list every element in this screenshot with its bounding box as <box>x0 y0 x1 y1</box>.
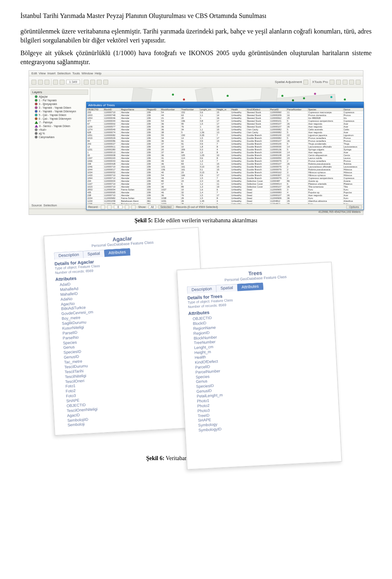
column-header[interactable]: Species <box>307 108 343 111</box>
table-row[interactable]: 2053112000054Fatma Sultan3331027101,66Un… <box>87 188 363 191</box>
tool-icon[interactable] <box>53 80 58 85</box>
menu-window[interactable]: Window <box>82 72 93 75</box>
show-all-button[interactable]: All <box>149 205 156 209</box>
column-header[interactable]: OBJECTID <box>87 108 104 111</box>
tool-icon[interactable] <box>45 80 49 85</box>
tab-description[interactable]: Description <box>187 285 217 294</box>
table-row[interactable]: 1046110000710Alemdar2391011610,1015Unhea… <box>87 165 363 168</box>
tool-icon[interactable] <box>356 80 361 85</box>
table-row[interactable]: 1051110000082Alemdar239551500,357Unhealt… <box>87 134 363 137</box>
record-index[interactable]: 0 <box>114 205 123 209</box>
column-header[interactable]: RegionID <box>146 108 160 111</box>
attr-window-title[interactable]: Attributes of Trees <box>87 102 363 108</box>
menu-tools[interactable]: Tools <box>72 72 80 75</box>
layer-item[interactable]: 3 - İğneyapraklı <box>31 102 88 106</box>
menu-insert[interactable]: Insert <box>47 72 56 75</box>
column-header[interactable]: Height_m <box>216 108 231 111</box>
show-selected-button[interactable]: Selected <box>158 205 174 209</box>
tool-icon[interactable] <box>60 80 65 85</box>
column-header[interactable]: TreeNumber <box>180 108 199 111</box>
tool-icon[interactable] <box>343 80 347 85</box>
nav-last-icon[interactable] <box>131 205 136 209</box>
menu-help[interactable]: Help <box>95 72 101 75</box>
tool-icon[interactable] <box>349 80 354 85</box>
table-row[interactable]: 1066110000043Alemdar23949631,37Unhealthy… <box>87 160 363 163</box>
table-row[interactable]: 234110000004Alemdar23980152,415Unhealthy… <box>87 180 363 183</box>
table-row[interactable]: 233110000710Alemdar239541520,615Unhealth… <box>87 111 363 114</box>
column-header[interactable]: ParcelID <box>270 108 286 111</box>
table-row[interactable]: 1167110000710Alemdar2394761,211Unhealthy… <box>87 183 363 186</box>
menu-select[interactable]: Selection <box>57 72 71 75</box>
layer-item[interactable]: ağ % <box>31 132 88 135</box>
tool-icon[interactable] <box>97 80 102 85</box>
column-header[interactable]: BlockNumber <box>161 108 181 111</box>
column-header[interactable]: Genus <box>343 108 363 111</box>
column-header[interactable]: Health <box>231 108 246 111</box>
layer-item[interactable]: 4 - Yapraklı - Yaprak Dökmeyen <box>31 110 88 113</box>
tab-attributes[interactable]: Attributes <box>104 248 130 257</box>
column-header[interactable]: KindOfDefect <box>246 108 270 111</box>
layer-item[interactable]: 8 - Sarılıcı - Yaprak Döken <box>31 124 88 128</box>
table-row[interactable]: 13110000911Alemdar23934101,88UnhealthyDo… <box>87 145 363 148</box>
layer-item[interactable]: <Null> <box>31 128 88 132</box>
column-header[interactable]: RegionName <box>120 108 146 111</box>
dropdown-icon[interactable] <box>330 80 334 85</box>
table-row[interactable]: 1109110000577Alemdar2393676119UnhealthyS… <box>87 125 363 128</box>
table-row[interactable]: 1054110000036Alemdar2392120116UnhealthyS… <box>87 117 363 120</box>
table-row[interactable]: 1110000013Alemdar23937841,58UnhealthyDou… <box>87 151 363 154</box>
table-row[interactable]: 238110000710Alemdar23936791,517Unhealthy… <box>87 194 363 197</box>
table-row[interactable]: 1019110000529Alemdar23934141,517Unhealth… <box>87 137 363 140</box>
table-row[interactable]: 2234112000982Fatma Sultan3331038291,58Un… <box>87 197 363 200</box>
column-header[interactable]: BlockID <box>104 108 120 111</box>
table-row[interactable]: 1094110000712Alemdar23949141,57Unhealthy… <box>87 177 363 180</box>
table-row[interactable]: 1233112001058Babahasan Alemi3611031291,4… <box>87 200 363 203</box>
table-row[interactable]: 628110000074Alemdar2393851,5613Unhealthy… <box>87 131 363 134</box>
table-row[interactable]: 1231110000280Alemdar239202090,34Unhealth… <box>87 148 363 151</box>
nav-next-icon[interactable] <box>125 205 129 209</box>
table-row[interactable]: 1034110000052Alemdar23940230,159Unhealth… <box>87 171 363 174</box>
layer-item[interactable]: 6 - Çalı - Yaprak Dökmeyen <box>31 117 88 121</box>
layer-item[interactable]: CalışmaAlanı <box>31 135 88 139</box>
tab-description[interactable]: Description <box>54 251 84 260</box>
table-row[interactable]: 1433110000710Alemdar239541660,917Unhealt… <box>87 174 363 177</box>
layer-item[interactable]: Ağaçlar <box>31 95 88 98</box>
table-row[interactable]: 33110000008Alemdar239361051,0510Unhealth… <box>87 154 363 157</box>
tool-icon[interactable] <box>38 80 43 85</box>
tab-spatial[interactable]: Spatial <box>216 284 238 293</box>
tool-icon[interactable] <box>84 80 89 85</box>
table-row[interactable]: 84110000086Alemdar23936610,915UnhealthyD… <box>87 140 363 143</box>
tool-icon[interactable] <box>103 80 108 85</box>
table-row[interactable]: 435110000065Alemdar23946321,47UnhealthyD… <box>87 191 363 194</box>
tool-icon[interactable] <box>336 80 341 85</box>
menu-edit[interactable]: Edit <box>31 72 37 75</box>
dropdown-icon[interactable] <box>303 80 308 85</box>
table-row[interactable]: 1023110000710Alemdar23936891,319Unhealth… <box>87 186 363 188</box>
tool-icon[interactable] <box>90 80 95 85</box>
table-row[interactable]: 1003110000748Alemdar23944631,114Unhealth… <box>87 114 363 117</box>
table-row[interactable]: 67110000002Alemdar23936951,517UnhealthyS… <box>87 123 363 125</box>
nav-prev-icon[interactable] <box>107 205 111 209</box>
tab-source[interactable]: Source <box>31 203 42 207</box>
layer-item[interactable]: 1 - Pul Yapraklı <box>31 98 88 102</box>
tab-spatial[interactable]: Spatial <box>83 250 105 258</box>
attribute-table-window[interactable]: Attributes of Trees OBJECTIDBlockIDRegio… <box>86 102 364 210</box>
table-row[interactable]: 477110000044Alemdar239541960,817Unhealth… <box>87 120 363 123</box>
menu-view[interactable]: View <box>39 72 46 75</box>
table-row[interactable]: 243110000027Alemdar23937910,97UnhealthyD… <box>87 143 363 145</box>
tab-attributes[interactable]: Attributes <box>237 283 263 291</box>
tab-selection[interactable]: Selection <box>43 203 57 207</box>
table-row[interactable]: 1274110000549Alemdar23936341,115Unhealth… <box>87 128 363 131</box>
table-row[interactable]: 1044110000017Alemdar2391561610,115Unheal… <box>87 168 363 171</box>
table-row[interactable]: 158110000428Alemdar23936831,115Unhealthy… <box>87 163 363 165</box>
options-dropdown[interactable]: Options <box>346 205 362 209</box>
scale-box[interactable]: 1:349 <box>66 80 80 84</box>
layer-item[interactable]: 5 - Çalı - Yaprak Döken <box>31 113 88 117</box>
layer-item[interactable]: 7 - Palmiye <box>31 121 88 124</box>
column-header[interactable]: ParcelNumber <box>287 108 308 111</box>
table-row[interactable]: 1337110000220Alemdar239311140,68Unhealth… <box>87 157 363 160</box>
tool-icon[interactable] <box>31 80 36 85</box>
layer-item[interactable]: 3 - Yapraklı - Yaprak Döken <box>31 106 88 110</box>
nav-first-icon[interactable] <box>101 205 105 209</box>
column-header[interactable]: Lenght_cm <box>199 108 216 111</box>
attribute-table[interactable]: OBJECTIDBlockIDRegionNameRegionIDBlockNu… <box>87 108 363 204</box>
